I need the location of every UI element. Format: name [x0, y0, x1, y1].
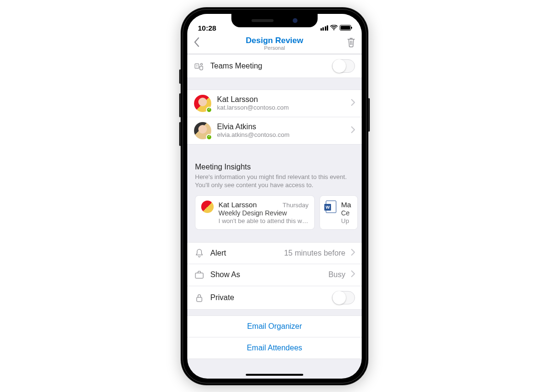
- alert-label: Alert: [210, 249, 278, 258]
- attendee-email: elvia.atkins@contoso.com: [217, 131, 345, 138]
- alert-row[interactable]: Alert 15 minutes before: [187, 242, 362, 264]
- status-time: 10:28: [198, 24, 216, 32]
- email-attendees-button[interactable]: Email Attendees: [187, 337, 362, 359]
- wifi-icon: [330, 24, 338, 32]
- teams-icon: T: [194, 61, 205, 71]
- private-toggle[interactable]: [332, 291, 355, 304]
- show-as-value: Busy: [328, 270, 345, 279]
- attendee-email: kat.larsson@contoso.com: [217, 104, 345, 111]
- svg-text:T: T: [196, 64, 198, 67]
- volume-down-button: [179, 122, 181, 146]
- card-doc-line3: Up: [341, 217, 352, 224]
- home-indicator[interactable]: [246, 374, 303, 376]
- alert-value: 15 minutes before: [284, 249, 345, 258]
- insights-title: Meeting Insights: [195, 163, 354, 171]
- chevron-right-icon: [351, 126, 355, 135]
- card-doc-line2: Ce: [341, 209, 352, 217]
- attendee-row-kat[interactable]: Kat Larsson kat.larsson@contoso.com: [187, 90, 362, 117]
- back-button[interactable]: [193, 37, 200, 49]
- speaker: [252, 19, 274, 22]
- front-camera: [293, 18, 297, 23]
- teams-meeting-label: Teams Meeting: [210, 62, 326, 70]
- screen: 10:28 Design Review Personal: [187, 14, 362, 379]
- private-label: Private: [210, 293, 326, 302]
- side-button: [179, 69, 181, 84]
- teams-meeting-row: T Teams Meeting: [187, 54, 362, 78]
- avatar: [194, 122, 211, 139]
- card-preview: I won't be able to attend this w…: [218, 217, 309, 224]
- teams-meeting-toggle[interactable]: [332, 59, 355, 73]
- avatar: [201, 201, 214, 213]
- page-title: Design Review: [187, 36, 362, 45]
- attendee-row-elvia[interactable]: Elvia Atkins elvia.atkins@contoso.com: [187, 117, 362, 145]
- private-row: Private: [187, 286, 362, 310]
- bell-icon: [194, 248, 205, 258]
- attendee-name: Elvia Atkins: [217, 123, 345, 131]
- avatar: [194, 95, 211, 112]
- nav-header: Design Review Personal: [187, 33, 362, 54]
- insight-card-document[interactable]: Ma Ce Up: [320, 195, 358, 230]
- insights-description: Here's information you might find releva…: [195, 173, 354, 190]
- lock-icon: [194, 293, 205, 302]
- card-subject: Weekly Design Review: [218, 209, 309, 217]
- delete-button[interactable]: [346, 37, 356, 49]
- power-button: [368, 98, 370, 132]
- show-as-label: Show As: [210, 270, 322, 279]
- chevron-right-icon: [351, 99, 355, 108]
- word-document-icon: [326, 201, 336, 213]
- presence-available-icon: [206, 107, 212, 113]
- chevron-right-icon: [351, 270, 355, 279]
- chevron-right-icon: [351, 249, 355, 258]
- svg-rect-6: [197, 297, 202, 302]
- notch: [231, 14, 318, 27]
- svg-rect-5: [195, 273, 203, 278]
- briefcase-icon: [194, 270, 205, 280]
- presence-available-icon: [206, 134, 212, 140]
- svg-point-4: [201, 63, 203, 65]
- cellular-signal-icon: [320, 25, 329, 31]
- page-subtitle: Personal: [187, 45, 362, 51]
- phone-frame: 10:28 Design Review Personal: [181, 7, 368, 385]
- card-date: Thursday: [283, 202, 309, 209]
- content-scroll[interactable]: T Teams Meeting Kat Larsson kat.larsson@…: [187, 54, 362, 379]
- insight-card-email[interactable]: Kat Larsson Thursday Weekly Design Revie…: [195, 195, 315, 230]
- card-sender: Kat Larsson: [218, 201, 257, 209]
- email-organizer-button[interactable]: Email Organizer: [187, 315, 362, 337]
- battery-icon: [340, 25, 351, 31]
- volume-up-button: [179, 93, 181, 117]
- meeting-insights-section: Meeting Insights Here's information you …: [187, 156, 362, 193]
- card-doc-title: Ma: [341, 201, 352, 209]
- attendee-name: Kat Larsson: [217, 95, 345, 104]
- show-as-row[interactable]: Show As Busy: [187, 264, 362, 286]
